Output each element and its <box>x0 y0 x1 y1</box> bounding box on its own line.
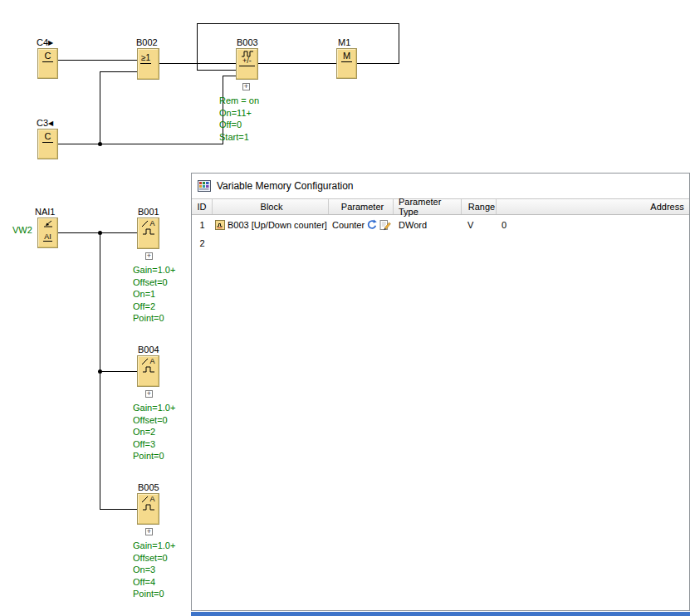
block-b005-analog-threshold[interactable]: A <box>137 493 159 525</box>
step-wave-icon <box>142 365 155 373</box>
param-line: Gain=1.0+ <box>133 402 175 414</box>
wire <box>58 60 137 61</box>
block-nai1-analog-input[interactable]: AI <box>37 218 58 248</box>
param-line: Gain=1.0+ <box>133 540 175 552</box>
cell-parameter-type: DWord <box>394 216 462 234</box>
param-line: On=2 <box>133 426 175 438</box>
refresh-icon[interactable] <box>366 219 378 231</box>
param-line: Off=3 <box>133 438 175 451</box>
wire <box>399 23 399 64</box>
wire <box>100 71 100 144</box>
param-line: Off=0 <box>219 119 259 131</box>
wire-junction <box>98 369 102 374</box>
cell-range <box>462 234 497 252</box>
wire-junction <box>98 142 102 146</box>
cursor-right-icon: ▶ <box>48 39 53 46</box>
block-type-icon <box>215 220 225 230</box>
cell-address <box>497 234 690 252</box>
analog-a-text: A <box>149 496 154 503</box>
cell-block-text: B003 [Up/Down counter] <box>228 220 327 230</box>
table-row[interactable]: 1 B003 [Up/Down counter] Counter <box>192 216 690 234</box>
wire <box>197 23 399 24</box>
param-line: On=1 <box>133 288 175 301</box>
dialog-titlebar[interactable]: Variable Memory Configuration <box>192 174 689 198</box>
wire <box>197 23 198 71</box>
block-params-b004: Gain=1.0+ Offset=0 On=2 Off=3 Point=0 <box>133 402 175 462</box>
param-line: Gain=1.0+ <box>133 264 175 276</box>
slash-icon <box>141 220 149 227</box>
param-line: On=11+ <box>219 107 259 120</box>
analog-threshold-symbol: A <box>138 496 159 511</box>
block-m1-marker[interactable]: M <box>336 48 357 79</box>
block-label-text: C3 <box>37 118 48 128</box>
variable-memory-icon <box>198 179 211 193</box>
slash-icon <box>141 358 149 365</box>
block-b002-or-gate[interactable]: ≥1 <box>137 48 159 80</box>
block-params-b003: Rem = on On=11+ Off=0 Start=1 <box>219 95 259 143</box>
or-gate-symbol: ≥1 <box>140 53 151 64</box>
block-c3-cursor-key[interactable]: C <box>37 129 58 159</box>
wire <box>159 63 236 64</box>
wire <box>58 144 223 144</box>
param-line: On=3 <box>133 564 175 576</box>
cell-parameter: Counter <box>329 216 394 234</box>
logo-fbd-canvas: C4▶ B002 B003 M1 C3◀ NAI1 B001 B004 B005… <box>0 0 690 616</box>
cell-parameter <box>329 234 394 252</box>
expand-params-icon[interactable]: + <box>145 252 153 260</box>
column-header-block: Block <box>213 199 329 214</box>
wire <box>258 63 336 64</box>
counter-symbol: +/- <box>239 51 255 66</box>
edit-icon[interactable] <box>379 219 391 231</box>
wire <box>197 70 236 71</box>
block-b004-analog-threshold[interactable]: A <box>137 355 159 387</box>
arrow-down-icon <box>43 220 53 227</box>
expand-params-icon[interactable]: + <box>242 83 250 90</box>
wire-junction <box>98 231 102 235</box>
slash-icon <box>141 496 149 503</box>
analog-threshold-symbol: A <box>138 220 159 235</box>
column-header-range: Range <box>462 199 497 214</box>
cell-address: 0 <box>497 216 690 234</box>
column-header-parameter: Parameter <box>329 199 394 214</box>
block-label-b005: B005 <box>138 482 159 492</box>
analog-a-text: A <box>149 220 154 227</box>
cell-parameter-type <box>394 234 462 252</box>
ai-text: AI <box>43 232 52 242</box>
block-b003-updown-counter[interactable]: +/- <box>236 48 258 80</box>
cursor-left-icon: ◀ <box>48 120 53 127</box>
block-label-c4: C4▶ <box>37 37 53 47</box>
param-line: Offset=0 <box>133 276 175 289</box>
cursor-key-symbol: C <box>42 131 53 143</box>
block-b001-analog-threshold[interactable]: A <box>137 218 159 249</box>
cell-parameter-text: Counter <box>332 220 365 230</box>
column-header-address: Address <box>497 199 690 214</box>
operand-vw2: VW2 <box>12 225 32 235</box>
block-label-nai1: NAI1 <box>35 207 55 217</box>
cell-range: V <box>462 216 497 234</box>
block-label-b003: B003 <box>237 37 258 47</box>
cell-id: 2 <box>192 234 213 252</box>
param-line: Offset=0 <box>133 552 175 565</box>
block-label-b002: B002 <box>136 37 158 47</box>
cell-id: 1 <box>192 216 213 234</box>
expand-params-icon[interactable]: + <box>145 390 153 398</box>
variable-memory-dialog: Variable Memory Configuration ID Block P… <box>191 173 690 611</box>
block-label-m1: M1 <box>338 37 350 47</box>
wire <box>100 509 137 510</box>
cell-block <box>213 234 329 252</box>
expand-params-icon[interactable]: + <box>145 528 153 535</box>
param-line: Off=4 <box>133 576 175 589</box>
wire <box>100 71 137 72</box>
param-line: Offset=0 <box>133 414 175 427</box>
table-row[interactable]: 2 <box>192 234 690 252</box>
block-label-b001: B001 <box>138 207 159 217</box>
block-label-c3: C3◀ <box>37 118 53 128</box>
param-line: Off=2 <box>133 301 175 313</box>
marker-symbol: M <box>341 51 352 62</box>
block-c4-cursor-key[interactable]: C <box>37 48 58 79</box>
analog-threshold-symbol: A <box>138 358 159 373</box>
cursor-key-symbol: C <box>42 51 53 62</box>
wire <box>223 76 236 76</box>
column-header-id: ID <box>192 199 213 214</box>
block-params-b001: Gain=1.0+ Offset=0 On=1 Off=2 Point=0 <box>133 264 175 325</box>
